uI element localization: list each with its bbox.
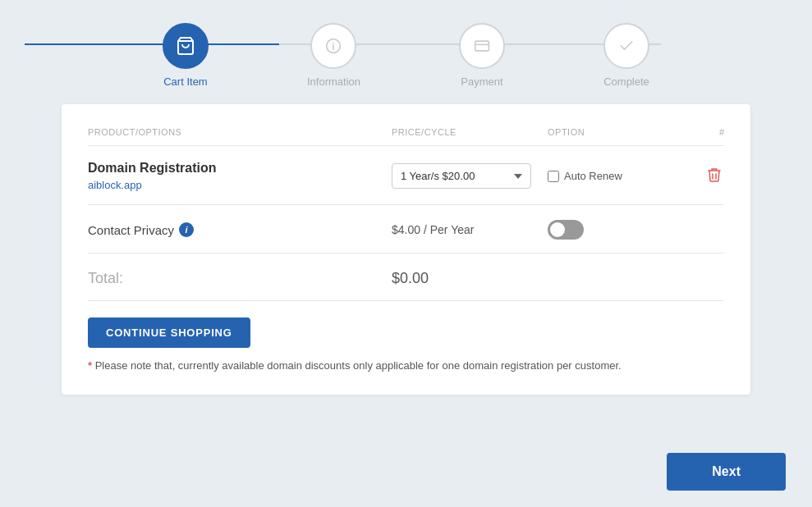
svg-rect-4 <box>475 41 489 51</box>
trash-icon <box>708 167 721 182</box>
payment-icon <box>474 38 490 54</box>
col-header-product: PRODUCT/OPTIONS <box>88 127 392 137</box>
step-payment-label: Payment <box>461 75 502 88</box>
delete-container <box>679 164 724 189</box>
privacy-info: Contact Privacy i <box>88 222 392 237</box>
step-cart[interactable]: Cart Item <box>163 23 209 88</box>
step-complete-label: Complete <box>603 75 649 88</box>
disclaimer-text: Please note that, currently available do… <box>95 359 622 372</box>
domain-link[interactable]: aiblock.app <box>88 179 392 191</box>
main-card: PRODUCT/OPTIONS PRICE/CYCLE OPTION # Dom… <box>62 104 750 395</box>
delete-button[interactable] <box>704 164 724 189</box>
privacy-price-value: $4.00 / Per Year <box>392 223 474 236</box>
privacy-toggle-container <box>548 220 679 240</box>
stepper: Cart Item Information Payment Co <box>0 0 812 104</box>
domain-registration-label: Domain Registration <box>88 161 392 176</box>
domain-select-container: 1 Year/s $20.00 2 Year/s $40.00 3 Year/s… <box>392 163 548 189</box>
col-header-option: OPTION <box>548 127 679 137</box>
step-complete[interactable]: Complete <box>603 23 649 88</box>
privacy-price: $4.00 / Per Year <box>392 223 548 236</box>
total-value: $0.00 <box>392 270 429 287</box>
next-button-wrap: Next <box>667 453 786 491</box>
step-info-label: Information <box>307 75 360 88</box>
contact-privacy-label: Contact Privacy <box>88 223 174 237</box>
toggle-slider <box>548 220 584 240</box>
col-header-price: PRICE/CYCLE <box>392 127 548 137</box>
auto-renew-checkbox[interactable] <box>548 171 559 182</box>
step-complete-circle <box>603 23 649 69</box>
table-header: PRODUCT/OPTIONS PRICE/CYCLE OPTION # <box>88 127 724 146</box>
disclaimer: * Please note that, currently available … <box>88 359 724 372</box>
continue-shopping-button[interactable]: CONTINUE SHOPPING <box>88 317 250 348</box>
step-payment[interactable]: Payment <box>459 23 505 88</box>
domain-term-select[interactable]: 1 Year/s $20.00 2 Year/s $40.00 3 Year/s… <box>392 163 531 189</box>
privacy-info-icon[interactable]: i <box>179 222 194 237</box>
total-label: Total: <box>88 270 392 287</box>
domain-row: Domain Registration aiblock.app 1 Year/s… <box>88 146 724 205</box>
step-info[interactable]: Information <box>307 23 360 88</box>
next-button[interactable]: Next <box>667 453 786 491</box>
total-row: Total: $0.00 <box>88 254 724 301</box>
check-icon <box>618 38 635 54</box>
disclaimer-asterisk: * <box>88 359 92 372</box>
privacy-toggle[interactable] <box>548 220 584 240</box>
privacy-row: Contact Privacy i $4.00 / Per Year <box>88 205 724 254</box>
stepper-track-active <box>25 43 279 45</box>
info-icon <box>325 38 342 54</box>
auto-renew-container: Auto Renew <box>548 170 679 182</box>
col-header-hash: # <box>679 127 724 137</box>
step-cart-circle <box>163 23 209 69</box>
domain-info: Domain Registration aiblock.app <box>88 161 392 191</box>
step-payment-circle <box>459 23 505 69</box>
step-cart-label: Cart Item <box>163 75 207 88</box>
auto-renew-label: Auto Renew <box>564 170 622 182</box>
step-info-circle <box>310 23 356 69</box>
cart-icon <box>176 36 195 56</box>
